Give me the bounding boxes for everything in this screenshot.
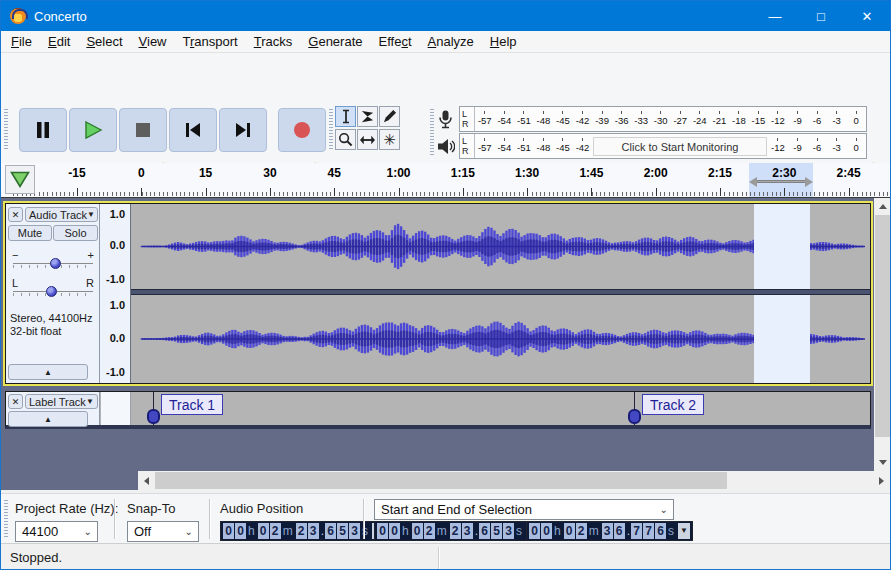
- tools-toolbar-grip[interactable]: [329, 109, 333, 151]
- project-rate-dropdown[interactable]: 44100⌄: [15, 521, 98, 542]
- selection-tool-button[interactable]: [335, 106, 356, 127]
- audio-position-field[interactable]: 00h02m23.653s▼: [220, 521, 387, 541]
- selection-mode-dropdown[interactable]: Start and End of Selection⌄: [374, 499, 674, 520]
- time-digit[interactable]: 2: [576, 523, 587, 539]
- menu-file[interactable]: File: [3, 31, 40, 53]
- envelope-tool-button[interactable]: [357, 106, 378, 127]
- time-digit[interactable]: 0: [412, 523, 423, 539]
- title-bar[interactable]: Concerto — □ ✕: [1, 1, 890, 31]
- time-digit[interactable]: 0: [389, 523, 400, 539]
- menu-help[interactable]: Help: [482, 31, 525, 53]
- scroll-up-button[interactable]: [874, 198, 891, 215]
- audio-track-menu-button[interactable]: Audio Track ▼: [25, 207, 98, 222]
- time-digit[interactable]: 0: [223, 523, 234, 539]
- label-text[interactable]: Track 1: [161, 394, 223, 415]
- label-text[interactable]: Track 2: [642, 394, 704, 415]
- record-button[interactable]: [278, 108, 326, 152]
- maximize-button[interactable]: □: [798, 1, 844, 31]
- time-digit[interactable]: 2: [296, 523, 307, 539]
- monitor-hint[interactable]: Click to Start Monitoring: [593, 137, 767, 156]
- selection-start-field[interactable]: 00h02m23.653s▼: [374, 521, 541, 541]
- time-digit[interactable]: 6: [479, 523, 490, 539]
- audio-track-close-button[interactable]: ✕: [8, 207, 23, 222]
- menu-generate[interactable]: Generate: [300, 31, 370, 53]
- menu-effect[interactable]: Effect: [371, 31, 420, 53]
- vertical-scroll-thumb[interactable]: [875, 215, 890, 437]
- time-digit[interactable]: 2: [424, 523, 435, 539]
- timeshift-tool-button[interactable]: [357, 129, 378, 150]
- time-digit[interactable]: 3: [503, 523, 514, 539]
- waveform-channel-left[interactable]: [131, 204, 870, 289]
- draw-tool-button[interactable]: [379, 106, 400, 127]
- menu-select[interactable]: Select: [78, 31, 130, 53]
- vertical-scrollbar[interactable]: [874, 198, 891, 471]
- selection-toolbar-grip[interactable]: [4, 500, 8, 538]
- timeline-ruler[interactable]: -1501530451:001:151:301:452:002:152:302:…: [1, 163, 890, 198]
- time-digit[interactable]: 3: [602, 523, 613, 539]
- selection-region[interactable]: [754, 204, 810, 289]
- audio-track-collapse-button[interactable]: ▲: [8, 364, 88, 380]
- menu-transport[interactable]: Transport: [175, 31, 246, 53]
- horizontal-scroll-thumb[interactable]: [155, 472, 727, 489]
- mute-button[interactable]: Mute: [8, 225, 52, 241]
- menu-edit[interactable]: Edit: [40, 31, 78, 53]
- label-track[interactable]: ✕ Label Track ▼ ▲ Track 1Track 2: [5, 391, 871, 429]
- time-digit[interactable]: 0: [235, 523, 246, 539]
- scroll-right-button[interactable]: [873, 471, 890, 490]
- waveform-area[interactable]: [131, 204, 870, 383]
- time-digit[interactable]: 3: [349, 523, 360, 539]
- selection-end-field[interactable]: 00h02m36.776s▼: [526, 521, 693, 541]
- time-digit[interactable]: 6: [655, 523, 666, 539]
- time-digit[interactable]: 0: [377, 523, 388, 539]
- time-digit[interactable]: 0: [564, 523, 575, 539]
- close-button[interactable]: ✕: [844, 1, 890, 31]
- minimize-button[interactable]: —: [752, 1, 798, 31]
- menu-view[interactable]: View: [131, 31, 175, 53]
- scroll-left-button[interactable]: [138, 471, 155, 490]
- zoom-tool-button[interactable]: [335, 129, 356, 150]
- gain-slider[interactable]: − +: [10, 249, 96, 273]
- time-digit[interactable]: 5: [491, 523, 502, 539]
- recording-meter[interactable]: L R -57-54-51-48-45-42-39-36-33-30-27-24…: [459, 106, 867, 132]
- snap-to-dropdown[interactable]: Off⌄: [127, 521, 199, 542]
- time-digit[interactable]: 3: [308, 523, 319, 539]
- pan-slider[interactable]: L R: [10, 277, 96, 301]
- vertical-scale-ruler[interactable]: 1.0 0.0 -1.0 1.0 0.0 -1.0: [100, 204, 131, 383]
- playback-meter[interactable]: L R -57-54-51-48-45-42-39-36-33-30-27-24…: [459, 133, 867, 159]
- time-digit[interactable]: 2: [270, 523, 281, 539]
- scroll-down-button[interactable]: [874, 454, 891, 471]
- label-track-close-button[interactable]: ✕: [8, 394, 23, 409]
- time-digit[interactable]: 5: [337, 523, 348, 539]
- meter-toolbar-grip[interactable]: [430, 109, 434, 157]
- label-track-collapse-button[interactable]: ▲: [8, 411, 88, 427]
- multi-tool-button[interactable]: ✳: [379, 129, 400, 150]
- label-track-menu-button[interactable]: Label Track ▼: [25, 394, 98, 409]
- pause-button[interactable]: [19, 108, 67, 152]
- time-digit[interactable]: 6: [614, 523, 625, 539]
- time-digit[interactable]: 6: [325, 523, 336, 539]
- time-field-dropdown[interactable]: ▼: [678, 523, 690, 539]
- label-marker-pin[interactable]: [147, 409, 160, 424]
- menu-analyze[interactable]: Analyze: [420, 31, 482, 53]
- pinned-play-head-button[interactable]: [5, 165, 35, 194]
- time-digit[interactable]: 0: [541, 523, 552, 539]
- time-digit[interactable]: 3: [462, 523, 473, 539]
- quick-play-drag-handle[interactable]: [749, 177, 813, 187]
- skip-to-start-button[interactable]: [169, 108, 217, 152]
- selection-region[interactable]: [754, 295, 810, 383]
- play-button[interactable]: [69, 108, 117, 152]
- time-digit[interactable]: 0: [529, 523, 540, 539]
- menu-tracks[interactable]: Tracks: [246, 31, 301, 53]
- stop-button[interactable]: [119, 108, 167, 152]
- time-digit[interactable]: 7: [643, 523, 654, 539]
- label-marker-pin[interactable]: [628, 409, 641, 424]
- time-digit[interactable]: 0: [258, 523, 269, 539]
- transport-toolbar-grip[interactable]: [4, 109, 8, 151]
- time-digit[interactable]: 2: [450, 523, 461, 539]
- solo-button[interactable]: Solo: [53, 225, 98, 241]
- skip-to-end-button[interactable]: [219, 108, 267, 152]
- horizontal-scrollbar[interactable]: [138, 471, 890, 490]
- audio-track[interactable]: ✕ Audio Track ▼ Mute Solo − + L R: [5, 203, 871, 384]
- waveform-channel-right[interactable]: [131, 295, 870, 383]
- time-digit[interactable]: 7: [631, 523, 642, 539]
